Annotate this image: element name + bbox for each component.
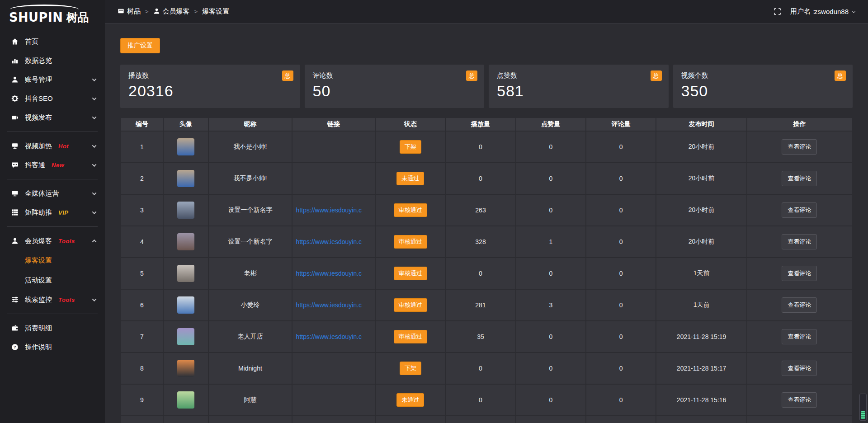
sidebar-item-video-publish[interactable]: 视频发布 (0, 108, 105, 127)
column-header: 昵称 (208, 118, 292, 131)
column-header: 评论量 (586, 118, 656, 131)
sidebar-item-data-overview[interactable]: 数据总览 (0, 51, 105, 70)
cell-time: 2021-11-28 15:19 (656, 321, 747, 352)
cell-time: 20小时前 (656, 226, 747, 258)
topbar-right: 用户名：zswodun88 (774, 7, 854, 16)
cell-link (292, 352, 375, 384)
sidebar-item-account-manage[interactable]: 账号管理 (0, 70, 105, 89)
cell-id: 8 (121, 352, 163, 384)
view-comments-button[interactable]: 查看评论 (782, 234, 817, 249)
cell-status: 审核通过 (375, 321, 445, 352)
stat-value: 581 (497, 82, 660, 100)
video-link[interactable]: https://www.iesdouyin.c (296, 207, 362, 214)
scrollbar-widget[interactable] (859, 394, 867, 421)
video-link[interactable]: https://www.iesdouyin.c (296, 301, 362, 309)
signboard-icon (11, 142, 19, 150)
sidebar-item-label: 视频发布 (25, 113, 52, 122)
fullscreen-icon[interactable] (774, 8, 781, 15)
avatar (177, 233, 194, 250)
view-comments-button[interactable]: 查看评论 (782, 202, 817, 218)
cell-likes: 0 (516, 352, 586, 384)
cell-avatar (163, 416, 208, 423)
view-comments-button[interactable]: 查看评论 (782, 171, 817, 186)
avatar (177, 202, 194, 219)
cell-nickname: 老人开店 (208, 321, 292, 352)
user-menu[interactable]: 用户名：zswodun88 (790, 7, 854, 16)
view-comments-button[interactable]: 查看评论 (782, 329, 817, 344)
wallet-icon (11, 324, 19, 332)
sidebar-item-douyin-seo[interactable]: 抖音SEO (0, 89, 105, 108)
table-row: 1我不是小帅!下架00020小时前查看评论 (121, 131, 852, 163)
sidebar-item-douketong[interactable]: 抖客通New (0, 155, 105, 174)
cell-action: 查看评论 (747, 258, 852, 289)
video-link[interactable]: https://www.iesdouyin.c (296, 270, 362, 277)
column-header: 发布时间 (656, 118, 747, 131)
breadcrumb-item-member-baoke[interactable]: 会员爆客 (153, 7, 190, 16)
cell-plays: 263 (445, 194, 515, 226)
cell-id: 6 (121, 289, 163, 321)
sidebar-item-home[interactable]: 首页 (0, 32, 105, 51)
status-badge: 下架 (400, 362, 421, 375)
sidebar-item-member-baoke[interactable]: 会员爆客Tools (0, 231, 105, 250)
status-badge: 审核通过 (394, 267, 427, 280)
view-comments-button[interactable]: 查看评论 (782, 297, 817, 313)
cell-link: https://www.iesdouyin.c (292, 321, 375, 352)
user-icon (11, 75, 19, 84)
status-badge: 审核通过 (394, 330, 427, 343)
avatar (177, 360, 194, 377)
stat-label: 视频个数 (681, 71, 845, 80)
sidebar-nav: 首页数据总览账号管理抖音SEO视频发布视频加热Hot抖客通New全媒体运营矩阵助… (0, 27, 105, 357)
cell-comments: 0 (586, 163, 656, 194)
breadcrumb: 树品 > 会员爆客 > 爆客设置 (118, 7, 229, 16)
cell-plays: 0 (445, 352, 515, 384)
table-body: 1我不是小帅!下架00020小时前查看评论2我不是小帅!未通过00020小时前查… (121, 131, 852, 423)
cell-id: 3 (121, 194, 163, 226)
view-comments-button[interactable]: 查看评论 (782, 139, 817, 155)
sidebar-item-operation-guide[interactable]: ?操作说明 (0, 338, 105, 357)
table-row: 5老彬https://www.iesdouyin.c审核通过0001天前查看评论 (121, 258, 852, 289)
stat-label: 点赞数 (497, 71, 660, 80)
cell-action: 查看评论 (747, 321, 852, 352)
sidebar-item-label: 视频加热 (25, 142, 52, 150)
breadcrumb-label: 树品 (127, 7, 141, 16)
cell-comments (586, 416, 656, 423)
sidebar-item-label: 操作说明 (25, 343, 52, 352)
cell-avatar (163, 384, 208, 416)
breadcrumb-item-baoke-settings[interactable]: 爆客设置 (202, 7, 229, 16)
user-icon (11, 237, 19, 245)
sidebar-item-all-media[interactable]: 全媒体运营 (0, 184, 105, 203)
video-camera-icon (11, 113, 19, 122)
column-header: 播放量 (445, 118, 515, 131)
status-badge: 审核通过 (394, 203, 427, 217)
sidebar-item-consume-detail[interactable]: 消费明细 (0, 319, 105, 338)
table-row: 6小爱玲https://www.iesdouyin.c审核通过281301天前查… (121, 289, 852, 321)
cell-likes: 0 (516, 194, 586, 226)
table-header-row: 编号头像昵称链接状态播放量点赞量评论量发布时间操作 (121, 118, 852, 131)
avatar (177, 391, 194, 409)
scrollbar-thumb[interactable] (861, 411, 865, 419)
sidebar-item-clue-monitor[interactable]: 线索监控Tools (0, 290, 105, 309)
table-row: 8Midnight下架0002021-11-28 15:17查看评论 (121, 352, 852, 384)
cell-comments: 0 (586, 258, 656, 289)
sidebar-item-activity-settings[interactable]: 活动设置 (0, 270, 105, 290)
sidebar-item-video-heat[interactable]: 视频加热Hot (0, 136, 105, 155)
sidebar-subitem-label: 爆客设置 (25, 256, 52, 265)
sidebar-item-label: 会员爆客 (25, 237, 52, 245)
column-header: 头像 (163, 118, 208, 131)
gear-icon (11, 94, 19, 103)
view-comments-button[interactable]: 查看评论 (782, 361, 817, 376)
view-comments-button[interactable]: 查看评论 (782, 266, 817, 281)
video-link[interactable]: https://www.iesdouyin.c (296, 238, 362, 245)
view-comments-button[interactable]: 查看评论 (782, 392, 817, 408)
sidebar-divider (7, 179, 98, 179)
promo-settings-button[interactable]: 推广设置 (120, 38, 160, 53)
cell-likes (516, 416, 586, 423)
cell-plays: 0 (445, 163, 515, 194)
sidebar-item-baoke-settings[interactable]: 爆客设置 (0, 250, 105, 270)
sidebar-item-matrix-boost[interactable]: 矩阵助推VIP (0, 203, 105, 222)
video-link[interactable]: https://www.iesdouyin.c (296, 333, 362, 340)
sidebar-item-label: 全媒体运营 (25, 189, 59, 198)
sidebar-item-label: 数据总览 (25, 56, 52, 65)
cell-nickname: 设置一个新名字 (208, 194, 292, 226)
breadcrumb-item-shupin[interactable]: 树品 (118, 7, 141, 16)
